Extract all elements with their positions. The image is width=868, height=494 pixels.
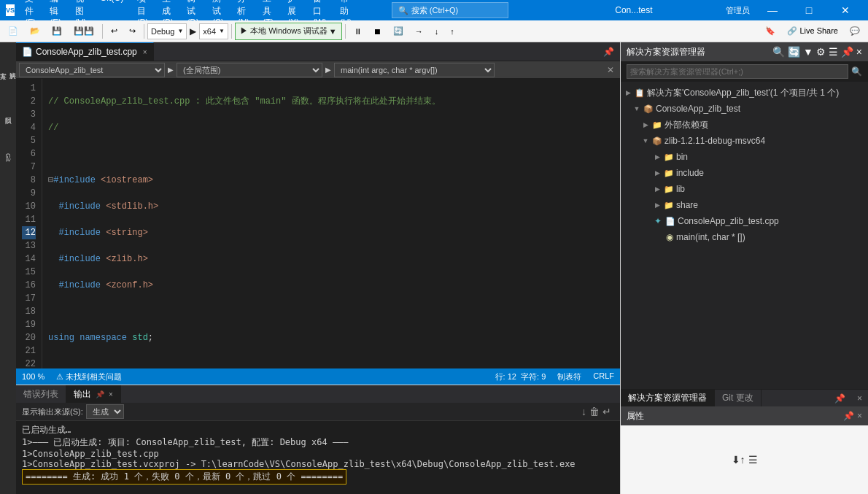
se-ext-deps-arrow: ▶ bbox=[641, 121, 650, 128]
output-tab-close[interactable]: 📌 bbox=[96, 390, 104, 398]
output-source-bar: 显示输出来源(S): 生成 ↓ 🗑 ↵ bbox=[16, 403, 620, 421]
se-item-ext-deps[interactable]: ▶ 📁 外部依赖项 bbox=[621, 117, 868, 133]
se-refresh-icon[interactable]: 🔄 bbox=[788, 46, 800, 58]
se-filter-icon[interactable]: ☰ bbox=[829, 46, 838, 58]
sep1 bbox=[102, 24, 103, 39]
se-search-btn[interactable]: 🔍 bbox=[851, 66, 862, 77]
se-header: 解决方案资源管理器 🔍 🔄 ▼ ⚙ ☰ 📌 × bbox=[621, 42, 868, 61]
se-cpp-arrow bbox=[644, 217, 653, 225]
props-category-icon[interactable]: ☰ bbox=[748, 454, 758, 466]
se-cpp-decoration: ✦ bbox=[654, 216, 662, 226]
platform-dropdown[interactable]: x64 ▼ bbox=[199, 23, 228, 39]
output-tab[interactable]: 输出 📌 × bbox=[66, 385, 121, 403]
toolbar1: 📄 📂 💾 💾💾 ↩ ↪ Debug ▼ ▶ x64 ▼ ▶ 本地 Window… bbox=[0, 20, 868, 42]
status-right: 行: 12 字符: 9 制表符 CRLF bbox=[495, 371, 614, 382]
code-editor[interactable]: 1 2 3 4 5 6 7 8 9 10 11 bbox=[16, 79, 620, 368]
admin-label: 管理员 bbox=[726, 5, 750, 16]
debug-config-dropdown[interactable]: Debug ▼ bbox=[147, 23, 187, 39]
tab-pin-button[interactable]: 📌 bbox=[597, 47, 620, 57]
output-source-select[interactable]: 生成 bbox=[86, 404, 124, 419]
se-share-icon: 📁 bbox=[663, 201, 675, 210]
se-ext-deps-icon: 📁 bbox=[651, 120, 663, 130]
pause-button[interactable]: ⏸ bbox=[349, 23, 367, 40]
issues-status[interactable]: ⚠ 未找到相关问题 bbox=[56, 371, 122, 382]
se-include-arrow: ▶ bbox=[653, 169, 662, 177]
bookmark-button[interactable]: 🔖 bbox=[760, 23, 780, 40]
output-scroll-end[interactable]: ↓ bbox=[581, 406, 586, 417]
props-pin[interactable]: 📌 bbox=[843, 411, 854, 421]
step-over-button[interactable]: → bbox=[410, 23, 428, 40]
se-solution-icon: 📋 bbox=[634, 88, 646, 98]
se-solution-root[interactable]: ▶ 📋 解决方案'ConsoleApp_zlib_test'(1 个项目/共 1… bbox=[621, 85, 868, 101]
app-icon: VS bbox=[6, 4, 15, 16]
open-button[interactable]: 📂 bbox=[25, 23, 45, 40]
tab-close-button[interactable]: × bbox=[143, 48, 147, 56]
output-word-wrap[interactable]: ↵ bbox=[602, 406, 611, 417]
new-file-button[interactable]: 📄 bbox=[3, 23, 23, 40]
output-line-1: 已启动生成… bbox=[22, 424, 614, 436]
se-item-lib[interactable]: ▶ 📁 lib bbox=[621, 181, 868, 197]
output-tab-close2[interactable]: × bbox=[109, 390, 113, 398]
se-share-arrow: ▶ bbox=[653, 201, 662, 209]
se-main-arrow bbox=[656, 234, 664, 241]
editor-area: 📄 ConsoleApp_zlib_test.cpp × 📌 ConsoleAp… bbox=[16, 42, 620, 385]
maximize-button[interactable]: □ bbox=[792, 0, 826, 20]
function-selector[interactable]: main(int argc, char * argv[]) bbox=[334, 63, 495, 77]
liveshare-button[interactable]: 🔗 Live Share bbox=[782, 23, 843, 40]
code-content[interactable]: // ConsoleApp_zlib_test.cpp : 此文件包含 "mai… bbox=[42, 79, 620, 368]
stop-button[interactable]: ⏹ bbox=[368, 23, 387, 40]
se-tab-main-label: 解决方案资源管理器 bbox=[628, 392, 707, 404]
left-side: 📄 ConsoleApp_zlib_test.cpp × 📌 ConsoleAp… bbox=[16, 42, 620, 494]
se-project-arrow: ▼ bbox=[632, 105, 641, 112]
run-button[interactable]: ▶ 本地 Windows 调试器 ▼ bbox=[235, 23, 342, 40]
code-selector-arrow2: ▶ bbox=[324, 66, 333, 74]
feedback-button[interactable]: 💬 bbox=[845, 23, 865, 40]
encoding-status[interactable]: CRLF bbox=[593, 371, 614, 382]
se-item-share[interactable]: ▶ 📁 share bbox=[621, 197, 868, 213]
activity-git[interactable]: Git bbox=[1, 136, 15, 180]
scope-selector[interactable]: (全局范围) bbox=[177, 63, 322, 77]
se-search-input[interactable] bbox=[627, 64, 848, 79]
se-item-bin[interactable]: ▶ 📁 bin bbox=[621, 149, 868, 165]
save-button[interactable]: 💾 bbox=[47, 23, 67, 40]
save-all-button[interactable]: 💾💾 bbox=[69, 23, 99, 40]
undo-button[interactable]: ↩ bbox=[106, 23, 123, 40]
se-item-main[interactable]: ◉ main(int, char * []) bbox=[621, 229, 868, 245]
status-bar: 100 % ⚠ 未找到相关问题 行: 12 字符: 9 制表符 CRLF bbox=[16, 368, 620, 385]
se-tab-git-label: Git 更改 bbox=[722, 392, 753, 404]
redo-button[interactable]: ↪ bbox=[124, 23, 141, 40]
se-tab-close[interactable]: × bbox=[851, 393, 868, 404]
activity-solution-explorer[interactable]: 解决方案 bbox=[1, 45, 15, 89]
se-tab-pin[interactable]: 📌 bbox=[829, 393, 851, 404]
se-search-icon[interactable]: 🔍 bbox=[772, 46, 785, 58]
output-clear[interactable]: 🗑 bbox=[589, 406, 600, 417]
props-sort-icon[interactable]: ⬇↑ bbox=[732, 454, 745, 466]
sep4 bbox=[345, 24, 346, 39]
se-pin-icon[interactable]: 📌 bbox=[841, 46, 853, 58]
se-tab-main[interactable]: 解决方案资源管理器 bbox=[621, 390, 715, 407]
se-item-zlib[interactable]: ▼ 📦 zlib-1.2.11-debug-msvc64 bbox=[621, 133, 868, 149]
spaces-status[interactable]: 制表符 bbox=[557, 371, 581, 382]
se-settings-icon[interactable]: ⚙ bbox=[816, 46, 826, 58]
step-in-button[interactable]: ↓ bbox=[430, 23, 444, 40]
se-item-include[interactable]: ▶ 📁 include bbox=[621, 165, 868, 181]
se-collapse-icon[interactable]: ▼ bbox=[803, 46, 813, 58]
step-out-button[interactable]: ↑ bbox=[445, 23, 460, 40]
se-tab-git[interactable]: Git 更改 bbox=[715, 390, 762, 407]
error-list-tab[interactable]: 错误列表 bbox=[16, 385, 66, 403]
zoom-status[interactable]: 100 % bbox=[22, 372, 44, 381]
activity-team-explorer[interactable]: 团队 bbox=[1, 90, 15, 134]
output-line-3: 1>ConsoleApp_zlib_test.cpp bbox=[22, 449, 614, 459]
minimize-button[interactable]: — bbox=[756, 0, 789, 20]
code-selector: ConsoleApp_zlib_test ▶ (全局范围) ▶ main(int… bbox=[16, 61, 620, 79]
close-button[interactable]: ✕ bbox=[829, 0, 862, 20]
close-code-selector[interactable]: ✕ bbox=[604, 65, 617, 75]
restart-button[interactable]: 🔄 bbox=[388, 23, 408, 40]
se-item-cpp[interactable]: ✦ 📄 ConsoleApp_zlib_test.cpp bbox=[621, 213, 868, 229]
file-selector[interactable]: ConsoleApp_zlib_test bbox=[19, 63, 165, 77]
se-close-icon[interactable]: × bbox=[856, 46, 862, 58]
se-main-decoration: ◉ bbox=[666, 232, 673, 242]
se-project[interactable]: ▼ 📦 ConsoleApp_zlib_test bbox=[621, 101, 868, 117]
active-tab[interactable]: 📄 ConsoleApp_zlib_test.cpp × bbox=[16, 42, 154, 61]
props-close[interactable]: × bbox=[857, 411, 862, 421]
